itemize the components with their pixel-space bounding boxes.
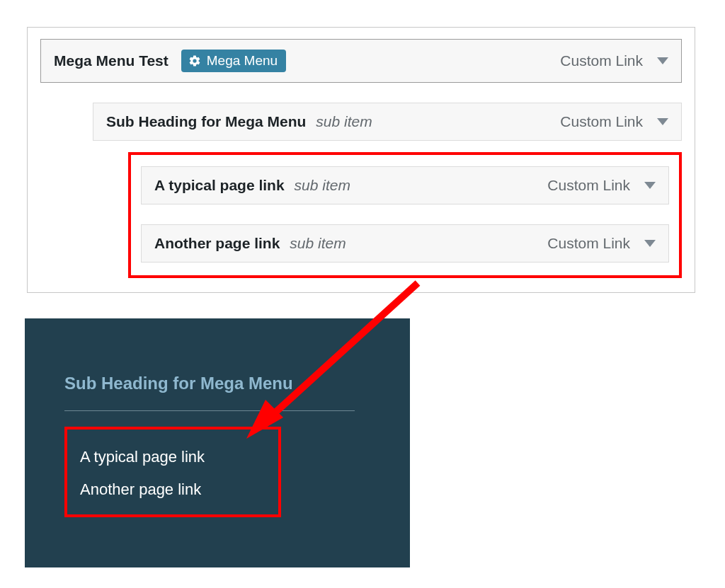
highlight-box-preview: A typical page link Another page link (64, 427, 281, 517)
chevron-down-icon[interactable] (644, 240, 656, 247)
mega-menu-preview: Sub Heading for Mega Menu A typical page… (25, 318, 410, 567)
menu-item-title: A typical page link (154, 177, 285, 194)
mega-menu-badge-label: Mega Menu (207, 53, 278, 69)
menu-item-root[interactable]: Mega Menu Test Mega Menu Custom Link (40, 39, 682, 83)
preview-link[interactable]: A typical page link (80, 448, 266, 466)
menu-item-subheading[interactable]: Sub Heading for Mega Menu sub item Custo… (93, 103, 682, 141)
menu-item-type: Custom Link (560, 113, 643, 130)
menu-structure-panel: Mega Menu Test Mega Menu Custom Link Sub… (27, 27, 695, 293)
menu-item-type: Custom Link (560, 52, 643, 69)
menu-item-child[interactable]: A typical page link sub item Custom Link (141, 166, 669, 204)
sub-item-label: sub item (295, 177, 350, 194)
sub-item-label: sub item (290, 235, 346, 252)
sub-item-label: sub item (316, 113, 372, 130)
preview-link[interactable]: Another page link (80, 480, 266, 499)
chevron-down-icon[interactable] (657, 118, 668, 125)
mega-menu-badge[interactable]: Mega Menu (181, 50, 286, 72)
menu-item-type: Custom Link (547, 235, 630, 252)
chevron-down-icon[interactable] (657, 57, 668, 64)
chevron-down-icon[interactable] (644, 182, 656, 189)
menu-item-type: Custom Link (547, 177, 630, 194)
menu-item-title: Another page link (154, 235, 280, 252)
menu-item-child[interactable]: Another page link sub item Custom Link (141, 224, 669, 263)
gear-icon (188, 54, 201, 67)
preview-heading: Sub Heading for Mega Menu (64, 374, 355, 411)
menu-item-title: Sub Heading for Mega Menu (106, 113, 306, 130)
highlight-box-editor: A typical page link sub item Custom Link… (128, 152, 682, 278)
menu-item-title: Mega Menu Test (54, 52, 169, 69)
